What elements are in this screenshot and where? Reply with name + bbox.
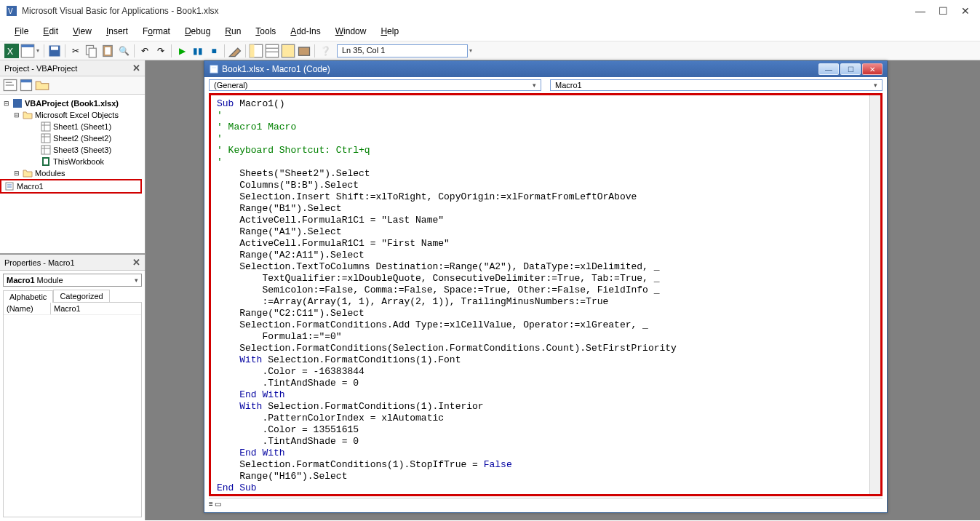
- view-excel-icon[interactable]: X: [4, 44, 19, 58]
- tree-excel-objects[interactable]: ⊟ Microsoft Excel Objects: [3, 109, 142, 121]
- redo-icon[interactable]: ↷: [154, 44, 168, 58]
- properties-panel-title: Properties - Macro1: [4, 258, 75, 267]
- code-window-footer: ≡ ▭: [209, 498, 883, 509]
- help-icon[interactable]: ❔: [318, 44, 332, 58]
- menu-insert[interactable]: Insert: [100, 25, 134, 38]
- folder-toggle-icon[interactable]: [35, 78, 49, 92]
- properties-panel-header: Properties - Macro1 ✕: [0, 255, 145, 271]
- property-row[interactable]: (Name) Macro1: [4, 303, 141, 315]
- tree-root[interactable]: ⊟ VBAProject (Book1.xlsx): [3, 98, 142, 109]
- property-value[interactable]: Macro1: [51, 303, 141, 314]
- sheet-icon: [41, 133, 51, 143]
- svg-rect-17: [282, 44, 295, 57]
- titlebar: V Microsoft Visual Basic for Application…: [0, 0, 980, 22]
- toolbar: X ▾ ✂ 🔍 ↶ ↷ ▶ ▮▮ ■ ❔ Ln 35, Col 1 ▾: [0, 41, 980, 60]
- tree-sheet3[interactable]: Sheet3 (Sheet3): [3, 144, 142, 156]
- procedure-dropdown[interactable]: Macro1 ▾: [550, 79, 883, 91]
- properties-grid: (Name) Macro1: [3, 302, 142, 517]
- menu-window[interactable]: Window: [330, 25, 373, 38]
- svg-rect-35: [44, 159, 48, 164]
- code-close-button[interactable]: ✕: [862, 63, 883, 75]
- reset-icon[interactable]: ■: [207, 44, 221, 58]
- menu-addins[interactable]: Add-Ins: [284, 25, 326, 38]
- svg-rect-24: [13, 99, 22, 108]
- chevron-down-icon: ▾: [135, 277, 138, 284]
- insert-dropdown[interactable]: ▾: [36, 44, 41, 57]
- menu-run[interactable]: Run: [219, 25, 247, 38]
- save-icon[interactable]: [47, 44, 62, 58]
- tree-macro1[interactable]: Macro1: [0, 179, 142, 194]
- tree-sheet1[interactable]: Sheet1 (Sheet1): [3, 121, 142, 132]
- view-code-icon[interactable]: [3, 78, 17, 92]
- properties-window-icon[interactable]: [265, 44, 279, 58]
- app-title: Microsoft Visual Basic for Applications …: [22, 6, 915, 16]
- collapse-icon[interactable]: ⊟: [13, 170, 20, 177]
- code-editor[interactable]: Sub Macro1() ' ' Macro1 Macro ' ' Keyboa…: [211, 95, 880, 494]
- object-browser-icon[interactable]: [281, 44, 295, 58]
- project-icon: [12, 98, 23, 108]
- paste-icon[interactable]: [100, 44, 115, 58]
- collapse-icon[interactable]: ⊟: [13, 111, 20, 119]
- find-icon[interactable]: 🔍: [116, 44, 131, 58]
- menu-view[interactable]: View: [67, 25, 97, 38]
- design-mode-icon[interactable]: [228, 44, 242, 58]
- close-button[interactable]: ✕: [961, 5, 970, 17]
- procedure-view-icon[interactable]: ≡: [209, 500, 213, 508]
- break-icon[interactable]: ▮▮: [191, 44, 205, 58]
- chevron-down-icon: ▾: [874, 81, 877, 89]
- properties-object-select[interactable]: Macro1 Module ▾: [3, 274, 142, 287]
- object-dropdown[interactable]: (General) ▾: [209, 79, 541, 91]
- folder-icon: [23, 168, 33, 178]
- properties-object-type: Module: [37, 276, 63, 285]
- copy-icon[interactable]: [84, 44, 99, 58]
- minimize-button[interactable]: —: [915, 5, 925, 17]
- maximize-button[interactable]: ☐: [939, 5, 948, 17]
- tree-thisworkbook-label: ThisWorkbook: [53, 157, 104, 166]
- menu-edit[interactable]: Edit: [37, 25, 64, 38]
- code-maximize-button[interactable]: ☐: [840, 63, 861, 75]
- view-object-icon[interactable]: [19, 78, 33, 92]
- menu-debug[interactable]: Debug: [179, 25, 216, 38]
- tab-categorized[interactable]: Categorized: [53, 290, 109, 302]
- tree-thisworkbook[interactable]: ThisWorkbook: [3, 156, 142, 167]
- tree-sheet2[interactable]: Sheet2 (Sheet2): [3, 132, 142, 144]
- cut-icon[interactable]: ✂: [68, 44, 83, 58]
- full-module-view-icon[interactable]: ▭: [215, 500, 221, 508]
- code-minimize-button[interactable]: —: [818, 63, 839, 75]
- svg-rect-25: [41, 122, 50, 131]
- tree-excel-objects-label: Microsoft Excel Objects: [35, 111, 119, 119]
- menu-format[interactable]: Format: [137, 25, 176, 38]
- vba-app-icon: V: [6, 5, 17, 17]
- insert-userform-icon[interactable]: [20, 44, 35, 58]
- properties-panel-close-icon[interactable]: ✕: [132, 257, 140, 268]
- collapse-icon[interactable]: ⊟: [3, 100, 10, 107]
- procedure-dropdown-value: Macro1: [555, 81, 582, 90]
- svg-rect-11: [105, 47, 111, 55]
- svg-rect-31: [41, 146, 50, 154]
- project-panel-close-icon[interactable]: ✕: [132, 63, 140, 73]
- tree-modules-label: Modules: [35, 169, 65, 178]
- menu-help[interactable]: Help: [375, 25, 405, 38]
- workbook-icon: [41, 156, 51, 167]
- menu-file[interactable]: File: [9, 25, 34, 38]
- run-icon[interactable]: ▶: [175, 44, 189, 58]
- tree-modules[interactable]: ⊟ Modules: [3, 167, 142, 179]
- toolbox-icon[interactable]: [297, 44, 311, 58]
- menu-tools[interactable]: Tools: [250, 25, 282, 38]
- code-window-titlebar[interactable]: Book1.xlsx - Macro1 (Code) — ☐ ✕: [204, 61, 887, 77]
- tab-alphabetic[interactable]: Alphabetic: [3, 290, 53, 303]
- tree-sheet3-label: Sheet3 (Sheet3): [53, 146, 111, 154]
- project-explorer-icon[interactable]: [249, 44, 263, 58]
- svg-text:V: V: [8, 7, 13, 15]
- cursor-position: Ln 35, Col 1: [337, 44, 468, 57]
- property-name: (Name): [4, 303, 51, 314]
- tree-macro1-label: Macro1: [17, 182, 44, 191]
- cursor-dropdown[interactable]: ▾: [469, 44, 474, 57]
- code-window: Book1.xlsx - Macro1 (Code) — ☐ ✕ (Genera…: [204, 60, 888, 513]
- sheet-icon: [41, 145, 51, 155]
- undo-icon[interactable]: ↶: [138, 44, 152, 58]
- vertical-scrollbar[interactable]: [869, 95, 881, 494]
- menubar: File Edit View Insert Format Debug Run T…: [0, 22, 980, 41]
- svg-rect-18: [299, 47, 310, 55]
- svg-rect-23: [21, 80, 32, 83]
